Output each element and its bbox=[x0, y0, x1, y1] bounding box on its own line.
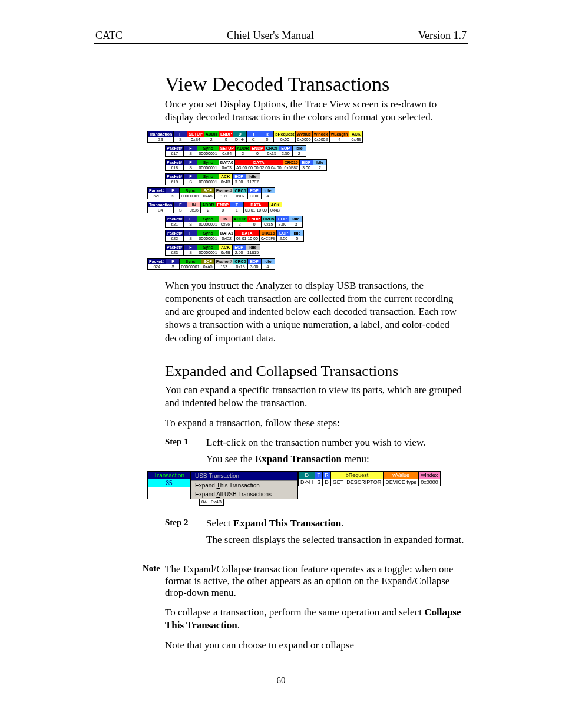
trace-cell: CRC160x6F87 bbox=[283, 159, 300, 171]
trace-cell: wLength4 bbox=[330, 131, 350, 143]
trace-cell: EOP3.00 bbox=[248, 187, 262, 199]
trace-cell: FS bbox=[184, 244, 197, 256]
trace-cell: FS bbox=[174, 202, 187, 213]
field-cell: bRequestGET_DESCRIPTOR bbox=[331, 471, 384, 486]
trace-cell: ENDP0 bbox=[250, 145, 265, 157]
trace-cell: Sync00000001 bbox=[197, 173, 219, 185]
trace-cell: FS bbox=[166, 258, 180, 270]
step-2-label: Step 2 bbox=[165, 518, 206, 529]
header-left: CATC bbox=[95, 29, 123, 42]
trace-cell: SOF0xA5 bbox=[201, 258, 215, 270]
expand-menu-figure: Transaction 35 USB Transaction Expand Th… bbox=[147, 471, 477, 506]
transaction-fields-stub: 040x4B bbox=[199, 499, 477, 506]
trace-cell: ACK0x4B bbox=[219, 173, 233, 185]
trace-cell: SOF0xA5 bbox=[201, 187, 215, 199]
trace-cell: FS bbox=[184, 173, 197, 185]
menu-item-expand-all[interactable]: Expand All USB Transactions bbox=[191, 490, 297, 499]
trace-cell: Idle2 bbox=[313, 159, 327, 171]
trace-cell: FS bbox=[184, 145, 197, 157]
trace-cell: EOP3.00 bbox=[300, 159, 313, 171]
trace-cell: SETUP0xB4 bbox=[187, 131, 204, 143]
transaction-cell[interactable]: Transaction 35 bbox=[147, 471, 191, 499]
trace-cell: Idle4 bbox=[262, 258, 275, 270]
trace-cell: Idle11815 bbox=[246, 244, 260, 256]
trace-cell: Packet#623 bbox=[165, 244, 184, 256]
trace-cell: DATAA3 00 00 00 02 00 04 00 bbox=[235, 159, 283, 171]
running-header: CATC Chief User's Manual Version 1.7 bbox=[94, 29, 468, 44]
trace-cell: FS bbox=[184, 230, 197, 242]
trace-cell: CRC50x07 bbox=[233, 187, 247, 199]
trace-cell: Packet#620 bbox=[147, 187, 166, 199]
step-2-text: Select Expand This Transaction. bbox=[206, 518, 468, 529]
trace-cell: FS bbox=[166, 187, 180, 199]
trace-row: Packet#624FSSync00000001SOF0xA5Frame #13… bbox=[147, 258, 412, 270]
trace-cell: IN0x96 bbox=[219, 216, 233, 228]
trace-cell: ENDP0 bbox=[216, 202, 230, 213]
header-right: Version 1.7 bbox=[418, 29, 467, 42]
step-1-text: Left-click on the transaction number you… bbox=[206, 437, 468, 449]
step-1-label: Step 1 bbox=[165, 437, 206, 449]
trace-cell: CRC50x15 bbox=[265, 145, 279, 157]
trace-cell: Idle4 bbox=[262, 187, 275, 199]
section-heading: Expanded and Collapsed Transactions bbox=[165, 363, 468, 380]
trace-cell: Packet#617 bbox=[165, 145, 184, 157]
step-2-result: The screen displays the selected transac… bbox=[206, 534, 468, 546]
decoded-transactions-figure: Transaction33FSSETUP0xB4ADDR2ENDP0DD->HT… bbox=[147, 131, 412, 270]
trace-cell: SETUP0xB4 bbox=[219, 145, 236, 157]
trace-cell: EOP3.00 bbox=[248, 258, 262, 270]
trace-cell: FS bbox=[184, 216, 197, 228]
trace-cell: DATA00xC3 bbox=[219, 159, 235, 171]
trace-row: Packet#622FSSync00000001DATA10xD2DATA03 … bbox=[165, 230, 412, 242]
trace-row: Packet#618FSSync00000001DATA00xC3DATAA3 … bbox=[165, 159, 412, 171]
note: Note The Expand/Collapse transaction fea… bbox=[133, 564, 468, 599]
trace-cell: Sync00000001 bbox=[180, 187, 201, 199]
menu-item-expand-this[interactable]: Expand This Transaction bbox=[191, 481, 297, 490]
trace-cell: Idle3 bbox=[289, 216, 303, 228]
trace-cell: CRC160xC5F9 bbox=[260, 230, 277, 242]
field-cell: 0x4B bbox=[209, 499, 224, 506]
trace-cell: ACK0x4B bbox=[269, 202, 282, 213]
trace-cell: DATA03 01 10 00 bbox=[244, 202, 269, 213]
trace-row: Packet#617FSSync00000001SETUP0xB4ADDR2EN… bbox=[165, 145, 412, 157]
field-cell: wIndex0x0000 bbox=[419, 471, 441, 486]
trace-row: Packet#623FSSync00000001ACK0x4BEOP2.50Id… bbox=[165, 244, 412, 256]
trace-cell: DD->H bbox=[233, 131, 247, 143]
trace-cell: Packet#624 bbox=[147, 258, 166, 270]
trace-cell: ADDR2 bbox=[233, 216, 247, 228]
transaction-fields: DD->HTSRDbRequestGET_DESCRIPTORwValueDEV… bbox=[298, 471, 441, 499]
trace-cell: ENDP0 bbox=[247, 216, 262, 228]
trace-cell: Idle5 bbox=[290, 230, 304, 242]
field-cell: TS bbox=[315, 471, 323, 486]
trace-cell: DATA10xD2 bbox=[219, 230, 235, 242]
note-text: The Expand/Collapse transaction feature … bbox=[165, 564, 468, 599]
trace-cell: Transaction33 bbox=[147, 131, 174, 143]
step-1-result: You see the Expand Transaction menu: bbox=[206, 453, 468, 465]
trace-cell: EOP2.50 bbox=[233, 244, 246, 256]
trace-cell: EOP3.00 bbox=[233, 173, 246, 185]
intro-paragraph: Once you set Display Options, the Trace … bbox=[165, 98, 468, 124]
context-menu-title: USB Transaction bbox=[191, 472, 297, 481]
trace-cell: wIndex0x0002 bbox=[313, 131, 330, 143]
expand-steps-intro: To expand a transaction, follow these st… bbox=[165, 417, 468, 430]
trace-cell: Sync00000001 bbox=[197, 145, 219, 157]
trace-cell: Sync00000001 bbox=[197, 244, 219, 256]
trace-cell: Packet#622 bbox=[165, 230, 184, 242]
trace-cell: ACK0x4B bbox=[219, 244, 233, 256]
trace-cell: ADDR2 bbox=[204, 131, 219, 143]
trace-cell: Idle11787 bbox=[246, 173, 260, 185]
collapse-paragraph: To collapse a transaction, perform the s… bbox=[165, 606, 468, 632]
trace-row: Packet#621FSSync00000001IN0x96ADDR2ENDP0… bbox=[165, 216, 412, 228]
trace-cell: IN0x96 bbox=[187, 202, 201, 213]
trailing-paragraph: Note that you can choose to expand or co… bbox=[165, 639, 468, 652]
page-title: View Decoded Transactions bbox=[165, 73, 468, 95]
trace-cell: wValue0x0000 bbox=[296, 131, 313, 143]
trace-cell: EOP2.50 bbox=[277, 230, 290, 242]
trace-cell: Packet#621 bbox=[165, 216, 184, 228]
trace-cell: ACK0x4B bbox=[349, 131, 363, 143]
trace-cell: T1 bbox=[230, 202, 244, 213]
trace-cell: CRC50x15 bbox=[262, 216, 276, 228]
trace-cell: ADDR2 bbox=[201, 202, 216, 213]
trace-cell: ENDP0 bbox=[219, 131, 233, 143]
field-cell: wValueDEVICE type bbox=[384, 471, 419, 486]
trace-cell: EOP3.00 bbox=[276, 216, 289, 228]
